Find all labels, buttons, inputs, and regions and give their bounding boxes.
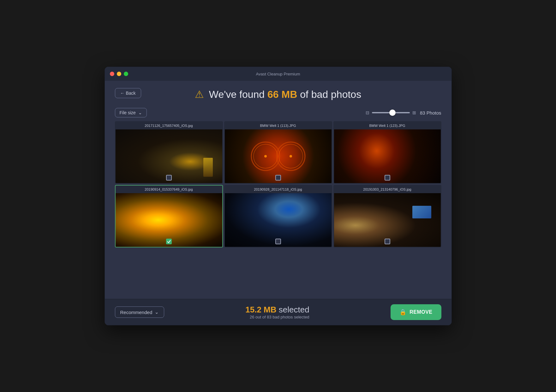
bottom-bar: Recommended ⌄ 15.2 MB selected 26 out of… [105, 299, 451, 325]
photo-card[interactable]: 20190928_201147118_iOS.jpg [224, 185, 332, 247]
back-button[interactable]: ← Back [115, 88, 141, 98]
lock-icon: 🔒 [399, 309, 407, 316]
maximize-button[interactable] [124, 72, 128, 76]
sort-dropdown[interactable]: File size ⌄ [115, 108, 147, 117]
heading-suffix: of bad photos [297, 89, 361, 100]
toolbar: File size ⌄ ⊟ ⊞ 83 Photos [105, 105, 451, 121]
photo-grid-wrapper[interactable]: 20171126_175657405_iOS.jpgBMW Welt 1 (11… [105, 121, 451, 299]
page-heading: ⚠ We've found 66 MB of bad photos [115, 88, 441, 100]
photo-filename: BMW Welt 1 (113).JPG [225, 122, 332, 129]
remove-button[interactable]: 🔒 REMOVE [391, 304, 441, 320]
svg-point-4 [264, 155, 267, 157]
photo-card[interactable]: 20171126_175657405_iOS.jpg [115, 121, 223, 184]
close-button[interactable] [110, 72, 114, 76]
sort-label: File size [120, 110, 136, 115]
zoom-slider[interactable] [372, 112, 410, 113]
warning-icon: ⚠ [195, 88, 204, 100]
header: ← Back ⚠ We've found 66 MB of bad photos [105, 81, 451, 105]
recommended-chevron-icon: ⌄ [155, 309, 159, 315]
selected-text: selected [277, 305, 309, 314]
photo-card[interactable]: BMW Welt 1 (123).JPG [333, 121, 441, 184]
titlebar: Avast Cleanup Premium [105, 67, 451, 81]
photo-card[interactable]: 20190914_015337649_iOS.jpg [115, 185, 223, 247]
selected-mb: 15.2 MB [245, 305, 276, 314]
photo-filename: 20190914_015337649_iOS.jpg [116, 186, 222, 193]
traffic-lights [110, 72, 128, 76]
heading-prefix: We've found [209, 89, 267, 100]
photo-checkbox[interactable] [385, 175, 390, 181]
photo-filename: 20190928_201147118_iOS.jpg [225, 186, 332, 193]
selection-size: 15.2 MB selected [245, 305, 309, 315]
photo-card[interactable]: 20191003_213140796_iOS.jpg [333, 185, 441, 247]
photo-checkbox[interactable] [166, 239, 172, 244]
selection-detail: 26 out of 83 bad photos selected [245, 315, 309, 319]
photo-count: 83 Photos [420, 110, 441, 116]
photo-checkbox[interactable] [385, 239, 390, 244]
photo-grid: 20171126_175657405_iOS.jpgBMW Welt 1 (11… [115, 121, 441, 247]
heading-text: We've found 66 MB of bad photos [209, 89, 361, 100]
photo-filename: 20171126_175657405_iOS.jpg [116, 122, 222, 129]
photo-card[interactable]: BMW Welt 1 (113).JPG [224, 121, 332, 184]
toolbar-right: ⊟ ⊞ 83 Photos [366, 110, 441, 116]
svg-point-5 [290, 155, 292, 157]
zoom-control: ⊟ ⊞ [366, 110, 416, 115]
recommended-button[interactable]: Recommended ⌄ [115, 306, 164, 318]
minimize-button[interactable] [117, 72, 121, 76]
sort-chevron-icon: ⌄ [138, 110, 142, 115]
main-content: ← Back ⚠ We've found 66 MB of bad photos… [105, 81, 451, 299]
heading-size: 66 MB [267, 89, 297, 100]
photo-checkbox[interactable] [166, 175, 172, 181]
window-title: Avast Cleanup Premium [256, 72, 300, 76]
photo-filename: BMW Welt 1 (123).JPG [334, 122, 441, 129]
zoom-in-icon: ⊞ [412, 110, 416, 115]
selection-info: 15.2 MB selected 26 out of 83 bad photos… [245, 305, 309, 319]
photo-filename: 20191003_213140796_iOS.jpg [334, 186, 441, 193]
photo-checkbox[interactable] [275, 175, 281, 181]
remove-label: REMOVE [410, 309, 432, 315]
recommended-label: Recommended [120, 310, 152, 315]
zoom-out-icon: ⊟ [366, 110, 369, 115]
app-window: Avast Cleanup Premium ← Back ⚠ We've fou… [105, 67, 452, 325]
photo-checkbox[interactable] [275, 239, 281, 244]
